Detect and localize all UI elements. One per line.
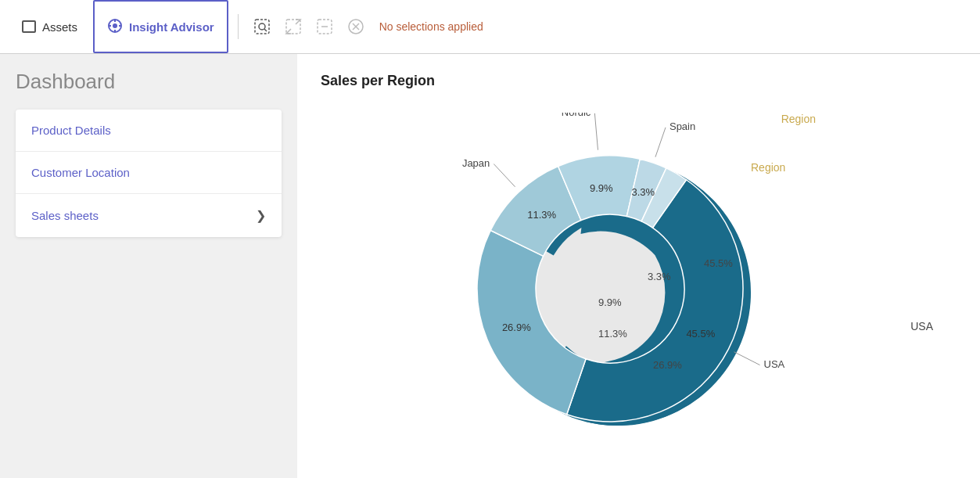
nav-item-customer-location[interactable]: Customer Location bbox=[16, 152, 282, 194]
toolbar: Assets Insight Advisor bbox=[0, 0, 980, 54]
outer-label: USA bbox=[764, 358, 785, 370]
segment-percent-label: 9.9% bbox=[590, 182, 613, 194]
outer-label: Nordic bbox=[562, 113, 591, 118]
page-title: Dashboard bbox=[16, 70, 282, 94]
svg-line-17 bbox=[594, 113, 598, 150]
main-area: Dashboard Product Details Customer Locat… bbox=[0, 54, 980, 478]
segment-percent-label: 3.3% bbox=[632, 186, 655, 198]
region-text: Region bbox=[751, 161, 785, 174]
chart-title: Sales per Region bbox=[321, 73, 957, 89]
nav-item-label: Product Details bbox=[31, 124, 111, 137]
svg-line-8 bbox=[264, 29, 267, 31]
usa-label: USA bbox=[910, 320, 933, 332]
final-donut-chart: 45.5%26.9%11.3%9.9%3.3%RegionUSASpainNor… bbox=[383, 113, 837, 465]
outer-label: Japan bbox=[462, 157, 490, 169]
svg-point-7 bbox=[259, 23, 265, 30]
tab-insight-advisor[interactable]: Insight Advisor bbox=[93, 0, 228, 53]
germany-pct: 26.9% bbox=[653, 359, 682, 371]
usa-pct: 45.5% bbox=[704, 257, 733, 269]
zoom-out-button[interactable] bbox=[311, 13, 339, 41]
nav-list: Product Details Customer Location Sales … bbox=[16, 110, 282, 237]
sidebar: Dashboard Product Details Customer Locat… bbox=[0, 54, 297, 478]
chart-container: Region Spain Nordic Japan USA bbox=[321, 97, 957, 473]
assets-label: Assets bbox=[42, 20, 77, 34]
content-area: Sales per Region Region Spain Nordic Jap… bbox=[297, 54, 980, 478]
insight-advisor-label: Insight Advisor bbox=[129, 20, 214, 34]
outer-label: Spain bbox=[669, 120, 695, 132]
segment-percent-label: 11.3% bbox=[527, 209, 556, 221]
svg-line-15 bbox=[734, 352, 760, 365]
nav-item-label: Sales sheets bbox=[31, 209, 99, 222]
no-selections-label: No selections applied bbox=[379, 20, 483, 33]
segment-percent-label: 45.5% bbox=[686, 328, 715, 340]
search-select-button[interactable] bbox=[248, 13, 276, 41]
nav-item-label: Customer Location bbox=[31, 166, 130, 179]
svg-line-18 bbox=[494, 164, 515, 187]
svg-rect-6 bbox=[255, 20, 269, 34]
segment-percent-label: 26.9% bbox=[502, 322, 531, 333]
nav-item-product-details[interactable]: Product Details bbox=[16, 110, 282, 152]
svg-point-1 bbox=[113, 23, 117, 28]
assets-icon bbox=[22, 20, 36, 33]
nordic-pct: 9.9% bbox=[598, 297, 622, 308]
chevron-right-icon: ❯ bbox=[256, 208, 266, 223]
nav-item-sales-sheets[interactable]: Sales sheets ❯ bbox=[16, 194, 282, 237]
svg-line-16 bbox=[655, 128, 666, 157]
japan-pct: 11.3% bbox=[598, 328, 627, 340]
expand-button[interactable] bbox=[279, 13, 307, 41]
toolbar-divider bbox=[238, 14, 239, 39]
clear-selections-button[interactable] bbox=[342, 13, 370, 41]
insight-icon bbox=[107, 18, 123, 36]
tab-assets[interactable]: Assets bbox=[9, 0, 90, 53]
donut-segment bbox=[477, 230, 586, 414]
spain-pct: 3.3% bbox=[648, 271, 671, 282]
